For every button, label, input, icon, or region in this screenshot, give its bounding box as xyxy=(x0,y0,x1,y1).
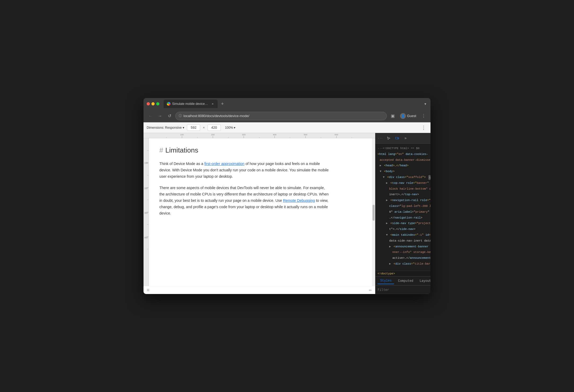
scrollbar-thumb[interactable] xyxy=(373,205,375,221)
tree-line-banner-3[interactable]: active>…</announcement-bann xyxy=(375,255,431,261)
paragraph-1: Think of Device Mode as a first-order ap… xyxy=(159,161,329,180)
tree-line-banner-2[interactable]: nner--info" storage-key="us xyxy=(375,250,431,255)
scaffold-div: <div class="scaffold"> xyxy=(387,176,426,179)
tree-line-topnav-3[interactable]: inert>…</top-nav> xyxy=(375,192,431,198)
titlebar-tag: <div class="title-bar displ xyxy=(394,262,431,265)
styles-panel: Styles Computed Layout » :hov .cls + ⊞ ◧ xyxy=(375,276,431,294)
tree-line-head[interactable]: ▶ <head>…</head> xyxy=(375,163,431,169)
address-bar-actions: ▣ 👤 Guest ⋮ xyxy=(389,112,427,120)
main-data: data-side-nav-inert data-sear xyxy=(389,239,431,242)
device-mode-button[interactable] xyxy=(393,135,401,142)
viewport-bottom-bar: ≡ ✏ xyxy=(144,286,375,294)
navrail-close: …</navigation-rail> xyxy=(389,216,422,219)
page-heading-text: Limitations xyxy=(165,146,198,154)
tree-collapse-arrow: ▼ xyxy=(380,169,382,174)
profile-icon: 👤 xyxy=(400,113,406,119)
computed-tab[interactable]: Computed xyxy=(395,278,416,284)
zoom-label: 100% xyxy=(225,126,233,130)
tree-line-html-2[interactable]: accepted data-banner-dismissed> xyxy=(375,157,431,163)
ruler-top: 100 200 300 400 500 600 xyxy=(144,133,375,138)
tree-expand-sidenav: ▶ xyxy=(386,221,389,226)
width-input[interactable] xyxy=(187,124,200,131)
tab-favicon xyxy=(167,102,171,106)
tree-line-scaffold[interactable]: ▼ <div class="scaffold"> grid xyxy=(375,175,431,180)
url-bar[interactable]: ⓘ localhost:8080/docs/devtools/device-mo… xyxy=(175,112,387,120)
back-button[interactable]: ← xyxy=(147,112,154,120)
title-bar-right: ▾ xyxy=(423,101,427,107)
forward-button[interactable]: → xyxy=(156,112,164,120)
tree-line-sidenav[interactable]: ▶ <side-nav type="project" view xyxy=(375,221,431,226)
sidebar-toggle-button[interactable]: ▣ xyxy=(389,112,396,120)
html-tag: <html lang="en" data-cookies- xyxy=(378,153,428,156)
dimensions-selector[interactable]: Dimensions: Responsive ▾ xyxy=(147,126,184,130)
height-input[interactable] xyxy=(208,124,221,131)
svg-text:500: 500 xyxy=(304,134,307,136)
navrail-tag: <navigation-rail role="naviga xyxy=(391,199,431,202)
traffic-lights xyxy=(147,102,159,105)
styles-filter-bar: :hov .cls + ⊞ ◧ xyxy=(375,286,431,294)
tree-line-doctype[interactable]: ···<!DOCTYPE html> == $0 xyxy=(375,146,431,152)
tree-line-banner[interactable]: ▶ <announcement-banner class= xyxy=(375,244,431,250)
doctype-selected-line[interactable]: <!doctype> xyxy=(375,271,431,276)
page-content: # Limitations Think of Device Mode as a … xyxy=(149,138,334,230)
page-content-area[interactable]: # Limitations Think of Device Mode as a … xyxy=(149,138,372,286)
svg-rect-36 xyxy=(396,137,398,139)
reload-button[interactable]: ↺ xyxy=(166,112,173,120)
more-tabs-button[interactable]: » xyxy=(402,135,409,142)
remote-debugging-link[interactable]: Remote Debugging xyxy=(283,198,315,203)
doctype-text: <!doctype> xyxy=(378,272,395,275)
tree-line-main[interactable]: ▼ <main tabindex="-1" id="main- xyxy=(375,232,431,238)
html-tree: ···<!DOCTYPE html> == $0 <html lang="en"… xyxy=(375,144,431,271)
zoom-dropdown-arrow-icon: ▾ xyxy=(234,126,235,130)
tree-line-html[interactable]: <html lang="en" data-cookies- xyxy=(375,152,431,157)
tree-collapse-arrow-2: ▼ xyxy=(383,175,385,180)
scrollbar-area[interactable] xyxy=(372,138,375,286)
profile-button[interactable]: 👤 Guest xyxy=(398,112,418,120)
inspector-button[interactable] xyxy=(385,135,392,142)
ruler-left: 100 200 300 400 xyxy=(144,138,149,286)
doctype-comment: ···<!DOCTYPE html> == $0 xyxy=(378,147,419,150)
window-menu-button[interactable]: ▾ xyxy=(423,101,427,107)
minimize-window-button[interactable] xyxy=(151,102,155,105)
styles-tabs-bar: Styles Computed Layout » xyxy=(375,277,431,286)
styles-filter-input[interactable] xyxy=(378,288,431,292)
url-text: localhost:8080/docs/devtools/device-mode… xyxy=(183,114,383,118)
tree-line-titlebar[interactable]: ▶ <div class="title-bar displ xyxy=(375,261,431,267)
title-bar: Simulate mobile devices with D ✕ + ▾ xyxy=(144,98,431,110)
svg-text:100: 100 xyxy=(180,134,184,136)
new-tab-button[interactable]: + xyxy=(219,100,226,108)
edit-icon[interactable]: ✏ xyxy=(369,288,372,292)
close-window-button[interactable] xyxy=(147,102,150,105)
sidenav-close: t">…</side-nav> xyxy=(389,228,415,231)
first-order-link[interactable]: first-order approximation xyxy=(204,162,245,166)
tree-line-topnav-2[interactable]: block hairline-bottom" data-s xyxy=(375,186,431,192)
toolbar-more-button[interactable]: ⋮ xyxy=(420,124,427,131)
browser-menu-button[interactable]: ⋮ xyxy=(420,112,427,120)
tree-line-navrail-3[interactable]: 0" aria-label="primary" tabir xyxy=(375,209,431,215)
topnav-class-value: block hairline-bottom" data-s xyxy=(389,187,431,190)
layout-tab[interactable]: Layout xyxy=(417,278,431,284)
svg-text:400: 400 xyxy=(144,236,148,239)
maximize-window-button[interactable] xyxy=(156,102,159,105)
tree-line-navrail[interactable]: ▶ <navigation-rail role="naviga xyxy=(375,198,431,203)
tree-line-navrail-4[interactable]: …</navigation-rail> xyxy=(375,215,431,221)
tree-line-topnav[interactable]: ▶ <top-nav role="banner" class= xyxy=(375,180,431,186)
heading-hash: # xyxy=(159,146,163,154)
security-icon: ⓘ xyxy=(179,114,182,118)
svg-rect-37 xyxy=(398,138,399,139)
drag-handle-icon: ≡ xyxy=(147,287,150,293)
tree-collapse-main: ▼ xyxy=(386,233,389,238)
tab-close-button[interactable]: ✕ xyxy=(211,102,214,106)
tree-line-sidenav-2[interactable]: t">…</side-nav> xyxy=(375,226,431,232)
tree-expand-arrow-3: ▶ xyxy=(386,181,389,186)
svg-text:100: 100 xyxy=(144,162,148,164)
devtools-toolbar: ··· » xyxy=(375,133,431,144)
active-tab[interactable]: Simulate mobile devices with D ✕ xyxy=(164,100,218,108)
banner-class: nner--info" storage-key="us xyxy=(392,251,431,254)
zoom-selector[interactable]: 100% ▾ xyxy=(223,125,237,130)
tree-line-navrail-2[interactable]: class="lg:pad-left-200 lg:pad xyxy=(375,203,431,209)
tree-line-body[interactable]: ▼ <body> xyxy=(375,169,431,175)
styles-tab[interactable]: Styles xyxy=(378,278,394,284)
tree-line-main-2[interactable]: data-side-nav-inert data-sear xyxy=(375,238,431,244)
devtools-dots: ··· xyxy=(378,137,383,140)
